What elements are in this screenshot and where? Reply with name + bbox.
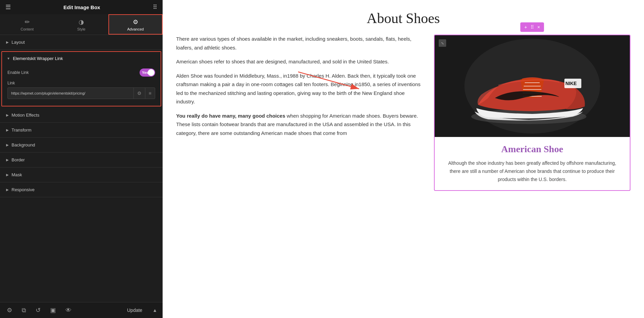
wrapper-link-body: Enable Link Yes Link ⚙ ≡ xyxy=(2,65,161,106)
shoe-illustration: NIKE xyxy=(444,39,620,134)
background-arrow-icon: ▶ xyxy=(6,143,9,147)
tab-advanced[interactable]: ⚙ Advanced xyxy=(108,14,163,35)
history-icon[interactable]: ↺ xyxy=(34,305,42,315)
toolbar-close-icon[interactable]: × xyxy=(537,24,540,30)
section-background-header[interactable]: ▶ Background xyxy=(0,138,163,152)
panel-content: ▶ Layout ▼ Elementskit Wrapper Link Enab… xyxy=(0,35,163,302)
wrapper-link-section: ▼ Elementskit Wrapper Link Enable Link Y… xyxy=(1,51,161,106)
section-border-label: Border xyxy=(12,157,25,162)
bold-text: You really do have many, many good choic… xyxy=(176,113,285,119)
shoe-card: ⤡ xyxy=(434,35,630,191)
section-transform-header[interactable]: ▶ Transform xyxy=(0,123,163,137)
tab-advanced-label: Advanced xyxy=(127,27,144,31)
section-responsive-label: Responsive xyxy=(12,187,35,192)
tabs-row: ✏ Content ◑ Style ⚙ Advanced xyxy=(0,14,163,35)
border-arrow-icon: ▶ xyxy=(6,158,9,162)
section-background-label: Background xyxy=(12,142,35,147)
update-button[interactable]: Update xyxy=(127,307,142,313)
responsive-icon[interactable]: ▣ xyxy=(49,305,57,315)
mask-arrow-icon: ▶ xyxy=(6,173,9,177)
resize-icon: ⤡ xyxy=(441,41,444,45)
shoe-card-body: American Shoe Although the shoe industry… xyxy=(435,137,630,190)
paragraph-4: You really do have many, many good choic… xyxy=(176,112,424,138)
link-input[interactable] xyxy=(8,88,133,98)
bottom-bar: ⚙ ⧉ ↺ ▣ 👁 Update ▲ xyxy=(0,302,163,318)
page-title: About Shoes xyxy=(176,10,630,26)
responsive-arrow-icon: ▶ xyxy=(6,188,9,192)
left-panel: ☰ Edit Image Box ⠿ ✏ Content ◑ Style ⚙ A… xyxy=(0,0,163,318)
shoe-card-column: + ⠿ × ⤡ xyxy=(434,35,630,191)
section-border-header[interactable]: ▶ Border xyxy=(0,153,163,167)
settings-bottom-icon[interactable]: ⚙ xyxy=(5,305,14,315)
tab-style[interactable]: ◑ Style xyxy=(54,14,108,35)
section-transform-label: Transform xyxy=(12,127,32,133)
motion-arrow-icon: ▶ xyxy=(6,113,9,117)
panel-header: ☰ Edit Image Box ⠿ xyxy=(0,0,163,14)
section-responsive: ▶ Responsive xyxy=(0,182,163,197)
panel-title: Edit Image Box xyxy=(63,4,100,10)
layers-icon[interactable]: ⧉ xyxy=(20,305,27,315)
link-row: Link ⚙ ≡ xyxy=(7,81,155,99)
enable-link-row: Enable Link Yes xyxy=(7,68,155,77)
collapse-icon[interactable]: ▲ xyxy=(152,307,157,313)
transform-arrow-icon: ▶ xyxy=(6,128,9,132)
tab-content-label: Content xyxy=(21,27,34,31)
link-input-wrapper: ⚙ ≡ xyxy=(7,87,155,99)
advanced-icon: ⚙ xyxy=(133,18,138,26)
paragraph-1: There are various types of shoes availab… xyxy=(176,35,424,52)
wrapper-link-arrow-icon: ▼ xyxy=(7,57,10,60)
resize-handle[interactable]: ⤡ xyxy=(439,39,446,47)
wrapper-link-header[interactable]: ▼ Elementskit Wrapper Link xyxy=(2,52,161,65)
hamburger-icon[interactable]: ☰ xyxy=(5,3,11,11)
content-area: There are various types of shoes availab… xyxy=(176,35,630,191)
tab-style-label: Style xyxy=(77,27,85,31)
toolbar-add-icon[interactable]: + xyxy=(524,24,527,30)
section-responsive-header[interactable]: ▶ Responsive xyxy=(0,182,163,197)
link-label: Link xyxy=(7,81,155,85)
link-settings-icon[interactable]: ⚙ xyxy=(133,88,145,99)
section-layout-header[interactable]: ▶ Layout xyxy=(0,35,163,49)
section-background: ▶ Background xyxy=(0,138,163,153)
section-layout-label: Layout xyxy=(12,40,25,45)
enable-link-toggle[interactable]: Yes xyxy=(140,68,155,77)
toolbar-move-icon[interactable]: ⠿ xyxy=(531,24,534,30)
card-toolbar: + ⠿ × xyxy=(520,22,544,32)
section-motion-label: Motion Effects xyxy=(12,113,39,118)
section-layout: ▶ Layout xyxy=(0,35,163,50)
text-column: There are various types of shoes availab… xyxy=(176,35,424,191)
style-icon: ◑ xyxy=(79,18,84,26)
paragraph-2: American shoes refer to shoes that are d… xyxy=(176,57,424,66)
tab-content[interactable]: ✏ Content xyxy=(0,14,54,35)
layout-arrow-icon: ▶ xyxy=(6,40,9,44)
toggle-wrapper: Yes xyxy=(140,68,155,77)
section-mask-label: Mask xyxy=(12,172,22,177)
eye-icon[interactable]: 👁 xyxy=(64,305,73,315)
right-content: About Shoes There are various types of s… xyxy=(163,0,644,318)
content-icon: ✏ xyxy=(25,18,30,26)
section-mask-header[interactable]: ▶ Mask xyxy=(0,167,163,182)
toggle-knob xyxy=(148,69,154,76)
section-mask: ▶ Mask xyxy=(0,167,163,182)
link-list-icon[interactable]: ≡ xyxy=(145,88,155,99)
svg-text:NIKE: NIKE xyxy=(565,81,577,86)
wrapper-link-label: Elementskit Wrapper Link xyxy=(13,56,63,61)
enable-link-label: Enable Link xyxy=(7,70,29,75)
section-border: ▶ Border xyxy=(0,153,163,167)
paragraph-3: Alden Shoe was founded in Middlebury, Ma… xyxy=(176,72,424,106)
shoe-card-description: Although the shoe industry has been grea… xyxy=(443,159,622,183)
grid-icon[interactable]: ⠿ xyxy=(153,3,157,11)
shoe-image-wrapper: ⤡ xyxy=(435,35,630,137)
section-motion-header[interactable]: ▶ Motion Effects xyxy=(0,108,163,122)
section-transform: ▶ Transform xyxy=(0,123,163,138)
section-motion-effects: ▶ Motion Effects xyxy=(0,108,163,123)
shoe-card-title: American Shoe xyxy=(443,144,622,155)
